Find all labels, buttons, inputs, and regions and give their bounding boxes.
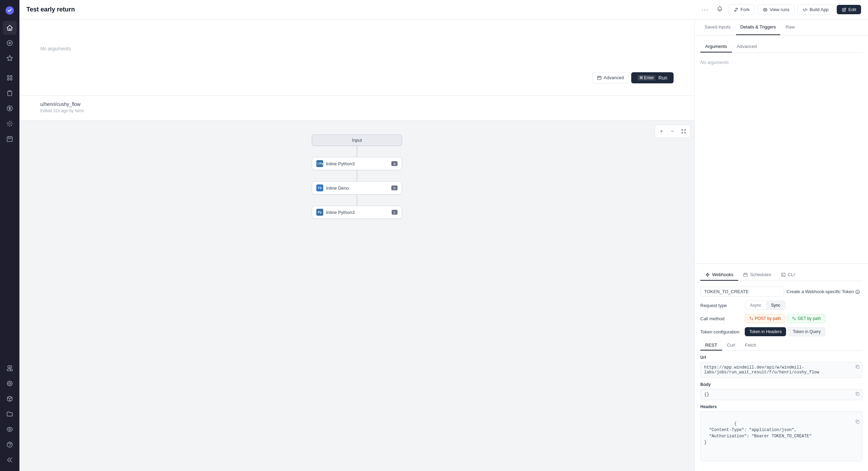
- flow-node-step-b[interactable]: TS Inline Deno b: [312, 181, 402, 195]
- sidebar-item-home[interactable]: [3, 21, 17, 35]
- flow-node-input[interactable]: Input: [312, 134, 402, 146]
- sub-tabs: Arguments Advanced: [700, 41, 862, 53]
- main-content: Test early return ⋯ Fork View runs Build…: [19, 0, 868, 471]
- step-c-label: Inline Python3: [326, 210, 389, 215]
- request-type-toggle: Async Sync: [745, 301, 785, 310]
- step-b-label: Inline Deno: [326, 185, 389, 191]
- fork-button[interactable]: Fork: [728, 5, 755, 15]
- sidebar-item-packages[interactable]: [3, 392, 17, 406]
- no-args-label: No arguments: [40, 46, 674, 51]
- url-value: https://app.windmill.dev/api/w/windmill-…: [700, 362, 862, 378]
- tab-schedules[interactable]: Schedules: [738, 269, 776, 281]
- token-config-group: Token in Headers Token in Query: [745, 327, 825, 336]
- tab-rest[interactable]: REST: [700, 340, 722, 350]
- token-row: Create a Webhook-specific Token: [700, 287, 862, 297]
- editor-panel: No arguments Advanced ⌘ Enter Run: [19, 19, 694, 471]
- body-area: No arguments Advanced ⌘ Enter Run: [19, 19, 868, 471]
- call-method-row: Call method POST by path GET by path: [700, 314, 862, 323]
- get-by-path-button[interactable]: GET by path: [787, 314, 825, 323]
- copy-headers-button[interactable]: [836, 414, 860, 431]
- request-type-label: Request type: [700, 303, 742, 308]
- body-section: Body {}: [700, 382, 862, 400]
- step-b-badge: b: [391, 185, 398, 190]
- sidebar-item-help[interactable]: [3, 438, 17, 452]
- build-app-button[interactable]: Build App: [798, 5, 834, 15]
- sync-button[interactable]: Sync: [766, 301, 785, 309]
- zoom-in-button[interactable]: +: [657, 126, 666, 136]
- sidebar-item-collapse[interactable]: [3, 453, 17, 467]
- token-in-headers-button[interactable]: Token in Headers: [745, 327, 786, 336]
- flow-node-step-a[interactable]: Py Inline Python3 a: [312, 157, 402, 170]
- panel-content: Arguments Advanced No arguments: [695, 35, 868, 263]
- body-label: Body: [700, 382, 862, 387]
- canvas-area: + − Input Py: [19, 121, 694, 471]
- sub-tab-advanced[interactable]: Advanced: [732, 41, 762, 52]
- webhook-tabs: Webhooks Schedules CLI: [700, 269, 862, 281]
- step-a-badge: a: [391, 161, 398, 166]
- sidebar-item-calendar[interactable]: [3, 132, 17, 146]
- tab-webhooks[interactable]: Webhooks: [700, 269, 738, 281]
- body-value: {}: [700, 389, 862, 400]
- svg-point-1: [9, 123, 11, 125]
- advanced-button[interactable]: Advanced: [592, 72, 628, 83]
- run-shortcut: ⌘ Enter: [637, 75, 656, 81]
- tab-fetch[interactable]: Fetch: [740, 340, 761, 350]
- tab-raw[interactable]: Raw: [782, 19, 799, 35]
- async-button[interactable]: Async: [745, 301, 766, 309]
- canvas-toolbar: + −: [655, 125, 690, 138]
- request-type-row: Request type Async Sync: [700, 301, 862, 310]
- sidebar-item-preview[interactable]: [3, 422, 17, 436]
- python-icon-c: Py: [316, 209, 323, 216]
- sub-tab-arguments[interactable]: Arguments: [700, 41, 732, 52]
- page-title: Test early return: [26, 6, 694, 13]
- input-node-label: Input: [352, 138, 362, 143]
- create-token-link[interactable]: Create a Webhook-specific Token: [787, 289, 863, 294]
- webhook-section: Webhooks Schedules CLI Create a W: [695, 263, 868, 471]
- tab-saved-inputs[interactable]: Saved inputs: [700, 19, 735, 35]
- fullscreen-button[interactable]: [679, 126, 688, 136]
- logo: [3, 4, 16, 17]
- flow-connector-2: [357, 170, 357, 181]
- token-in-query-button[interactable]: Token in Query: [788, 327, 825, 336]
- call-method-label: Call method: [700, 316, 742, 321]
- edited-text: Edited 31s ago by henri: [40, 108, 674, 113]
- sidebar-item-scripts[interactable]: [3, 86, 17, 100]
- url-section: Url https://app.windmill.dev/api/w/windm…: [700, 355, 862, 378]
- token-input[interactable]: [700, 287, 784, 297]
- sidebar-item-workers[interactable]: [3, 117, 17, 131]
- tab-cli[interactable]: CLI: [776, 269, 800, 281]
- run-button[interactable]: ⌘ Enter Run: [631, 72, 674, 83]
- headers-value: { "Content-Type": "application/json", "A…: [700, 411, 862, 461]
- tab-curl[interactable]: Curl: [722, 340, 740, 350]
- sidebar-item-billing[interactable]: [3, 101, 17, 115]
- sidebar-item-users[interactable]: [3, 361, 17, 375]
- view-runs-button[interactable]: View runs: [758, 5, 795, 15]
- sidebar-item-favorites[interactable]: [3, 51, 17, 65]
- headers-section: Headers { "Content-Type": "application/j…: [700, 404, 862, 461]
- edit-button[interactable]: Edit: [837, 5, 861, 14]
- flow-node-step-c[interactable]: Py Inline Python3 c: [312, 206, 402, 219]
- user-path: u/henri/cushy_flow: [40, 101, 674, 107]
- flow-connector-3: [357, 195, 357, 206]
- sidebar-item-settings[interactable]: [3, 377, 17, 390]
- tab-details-triggers[interactable]: Details & Triggers: [736, 19, 780, 35]
- right-panel: Saved inputs Details & Triggers Raw Argu…: [694, 19, 868, 471]
- sidebar-item-dashboard[interactable]: [3, 71, 17, 85]
- sidebar: [0, 0, 19, 471]
- panel-no-args: No arguments: [700, 57, 862, 68]
- more-options-button[interactable]: ⋯: [699, 4, 711, 15]
- notifications-button[interactable]: [714, 4, 726, 15]
- zoom-out-button[interactable]: −: [668, 126, 677, 136]
- flow-connector-1: [357, 146, 357, 157]
- url-label: Url: [700, 355, 862, 360]
- headers-label: Headers: [700, 404, 862, 409]
- copy-body-button[interactable]: [855, 391, 860, 397]
- copy-url-button[interactable]: [855, 364, 860, 370]
- topbar-actions: ⋯ Fork View runs Build App Edit: [699, 4, 861, 15]
- post-by-path-button[interactable]: POST by path: [745, 314, 785, 323]
- sidebar-item-resources[interactable]: [3, 407, 17, 421]
- step-c-badge: c: [392, 210, 398, 215]
- flow-nodes: Input Py Inline Python3 a: [19, 121, 694, 219]
- sidebar-item-runs[interactable]: [3, 36, 17, 50]
- token-config-label: Token configuration: [700, 329, 742, 334]
